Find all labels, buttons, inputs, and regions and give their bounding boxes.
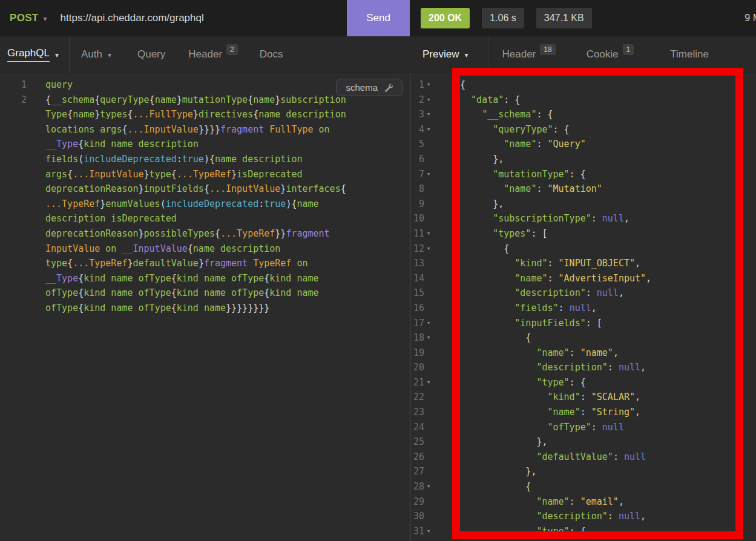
fold-spacer [424,434,433,450]
graphql-code[interactable]: 1query2{__schema{queryType{name}mutation… [0,77,410,316]
header-count-badge: 2 [226,44,238,55]
fold-spacer [424,420,433,435]
line-number: 31 [411,524,424,539]
url-input[interactable]: https://api.cheddar.com/graphql [61,12,347,24]
line-number: 27 [411,464,424,479]
line-number [0,301,27,316]
fold-spacer [424,360,433,375]
tab-header-request[interactable]: Header 2 [188,48,237,61]
line-number [0,286,27,301]
chevron-down-icon: ▾ [108,51,111,59]
fold-spacer [424,509,433,524]
line-number: 26 [411,450,424,465]
fold-spacer [424,405,433,420]
schema-button[interactable]: schema [336,79,403,96]
line-number: 23 [411,405,424,420]
line-number: 7 [411,167,424,182]
response-preview-editor[interactable]: 1▾{2▾ "data": {3▾ "__schema": {4▾ "query… [410,73,756,541]
line-number [0,211,27,226]
line-number: 5 [411,137,424,152]
response-tabs: Preview ▾ Header 18 Cookie 1 Timeline [410,36,756,73]
cookie-count-badge: 1 [623,44,634,55]
line-number: 28 [411,479,424,494]
schema-button-label: schema [346,82,378,93]
line-number: 30 [411,509,424,524]
status-badge: 200 OK [421,8,470,28]
fold-caret-icon[interactable]: ▾ [424,77,433,93]
main-panes: 1query2{__schema{queryType{name}mutation… [0,73,756,541]
line-number: 15 [411,286,424,301]
fold-spacer [424,464,433,479]
tab-query[interactable]: Query [137,48,165,61]
line-number: 10 [411,211,424,226]
fold-caret-icon[interactable]: ▾ [424,167,433,182]
response-json[interactable]: 1▾{2▾ "data": {3▾ "__schema": {4▾ "query… [411,77,756,539]
line-number [0,271,27,286]
line-number: 19 [411,346,424,361]
tab-cookie[interactable]: Cookie 1 [587,48,634,61]
tab-docs[interactable]: Docs [260,48,283,61]
fold-spacer [424,211,433,226]
method-dropdown[interactable]: POST [10,12,39,24]
fold-spacer [424,494,433,510]
fold-spacer [424,256,433,271]
tab-timeline[interactable]: Timeline [670,48,709,61]
tab-divider [69,36,70,73]
line-number: 21 [411,375,424,390]
tab-graphql-label: GraphQL [7,47,50,62]
line-number: 25 [411,434,424,450]
fold-spacer [424,450,433,465]
fold-caret-icon[interactable]: ▾ [424,226,433,241]
fold-spacer [424,301,433,316]
line-number: 22 [411,390,424,405]
fold-spacer [424,346,433,361]
chevron-down-icon[interactable]: ▾ [44,15,47,23]
line-number: 29 [411,494,424,510]
line-number: 4 [411,122,424,137]
send-button[interactable]: Send [347,0,410,36]
tab-header-response[interactable]: Header 18 [502,48,556,61]
wrench-icon [384,83,393,92]
graphql-query-editor[interactable]: 1query2{__schema{queryType{name}mutation… [0,73,410,541]
line-number: 11 [411,226,424,241]
fold-caret-icon[interactable]: ▾ [424,316,433,331]
fold-caret-icon[interactable]: ▾ [424,524,433,539]
line-number: 13 [411,256,424,271]
fold-caret-icon[interactable]: ▾ [424,375,433,390]
fold-caret-icon[interactable]: ▾ [424,479,433,494]
line-number: 1 [411,77,424,93]
line-number: 6 [411,152,424,167]
line-number: 8 [411,182,424,197]
line-number: 12 [411,241,424,257]
tab-graphql[interactable]: GraphQL ▾ [7,47,59,62]
line-number: 9 [411,197,424,212]
line-number: 3 [411,107,424,122]
fold-caret-icon[interactable]: ▾ [424,93,433,108]
line-number [0,167,27,182]
line-number: 1 [0,77,27,93]
fold-caret-icon[interactable]: ▾ [424,107,433,122]
line-number: 24 [411,420,424,435]
line-number: 14 [411,271,424,286]
tab-bar: GraphQL ▾ Auth ▾ Query Header 2 Docs Pre… [0,36,756,73]
fold-spacer [424,137,433,152]
tab-auth[interactable]: Auth ▾ [81,48,111,61]
tab-preview[interactable]: Preview ▾ [422,48,468,61]
response-meta-bar: 200 OK 1.06 s 347.1 KB 9 M [410,0,756,36]
chevron-down-icon: ▾ [464,51,468,59]
line-number [0,241,27,257]
header-count-badge: 18 [540,44,555,55]
fold-spacer [424,152,433,167]
fold-spacer [424,286,433,301]
response-time-ago: 9 M [744,13,756,24]
fold-caret-icon[interactable]: ▾ [424,241,433,257]
fold-caret-icon[interactable]: ▾ [424,330,433,346]
fold-spacer [424,271,433,286]
chevron-down-icon: ▾ [55,51,59,59]
line-number [0,107,27,122]
top-bar: POST ▾ https://api.cheddar.com/graphql S… [0,0,756,36]
response-time-badge: 1.06 s [482,8,524,28]
fold-spacer [424,197,433,212]
response-size-badge: 347.1 KB [536,8,592,28]
fold-caret-icon[interactable]: ▾ [424,122,433,137]
